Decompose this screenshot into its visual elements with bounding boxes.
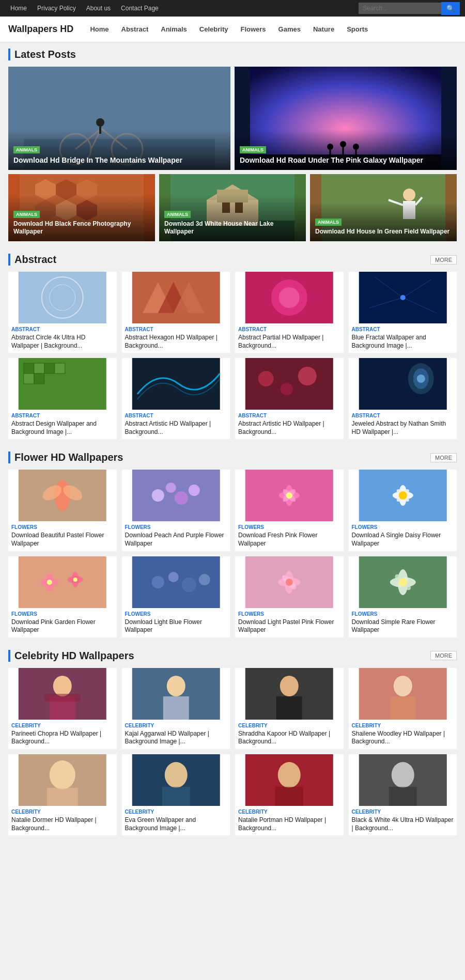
- svg-point-88: [398, 491, 407, 500]
- svg-rect-114: [44, 694, 81, 702]
- abstract-section: Abstract MORE ABSTRACTAbstract Circle 4k…: [8, 254, 457, 439]
- abstract-card-0-1[interactable]: ABSTRACTAbstract Hexagon HD Wallpaper | …: [122, 272, 230, 353]
- celebrity-card-1-3[interactable]: CELEBRITYBlack & White 4k Ultra HD Wallp…: [349, 754, 457, 835]
- nav-abstract[interactable]: Abstract: [115, 17, 155, 42]
- small-post-0-overlay: ANIMALS Download Hd Black Fence Photogra…: [8, 194, 155, 241]
- flower-card-0-1[interactable]: FLOWERSDownload Peach And Purple Flower …: [122, 470, 230, 551]
- nav-nature[interactable]: Nature: [307, 17, 340, 42]
- latest-posts-header: Latest Posts: [8, 49, 457, 60]
- celebrity-card-1-2[interactable]: CELEBRITYNatalie Portman HD Wallpaper | …: [235, 754, 344, 835]
- flower-cat-0-2: FLOWERS: [238, 524, 340, 530]
- search-bar: 🔍: [359, 2, 460, 15]
- svg-point-131: [278, 762, 301, 788]
- flower-card-1-3[interactable]: FLOWERSDownload Simple Rare Flower Wallp…: [349, 556, 457, 637]
- celeb-cat-0-2: CELEBRITY: [238, 723, 340, 728]
- flowers-more-button[interactable]: MORE: [430, 453, 457, 462]
- abstract-row-1: ABSTRACTAbstract Design Wallpaper and Ba…: [8, 358, 457, 439]
- flower-card-0-2[interactable]: FLOWERSDownload Fresh Pink Flower Wallpa…: [235, 470, 344, 551]
- svg-point-98: [168, 572, 178, 582]
- big-post-1[interactable]: ANIMALS Download Hd Road Under The Pink …: [235, 67, 457, 170]
- flower-title-0-3: Download A Single Daisy Flower Wallpaper: [352, 532, 454, 548]
- celeb-title-0-3: Shailene Woodley HD Wallpaper | Backgrou…: [352, 730, 454, 746]
- svg-point-122: [393, 676, 412, 696]
- abstract-title-0-1: Abstract Hexagon HD Wallpaper | Backgrou…: [125, 334, 227, 350]
- abstract-card-1-2[interactable]: ABSTRACTAbstract Artistic HD Wallpaper |…: [235, 358, 344, 439]
- nav-animals[interactable]: Animals: [154, 17, 193, 42]
- small-post-1[interactable]: ANIMALS Download 3d White House Near Lak…: [159, 174, 306, 241]
- celebrity-more-button[interactable]: MORE: [430, 651, 457, 660]
- svg-point-99: [181, 578, 196, 592]
- abstract-card-0-3[interactable]: ABSTRACTBlue Fractal Wallpaper and Backg…: [349, 272, 457, 353]
- abstract-cat-0-1: ABSTRACT: [125, 326, 227, 332]
- topbar-about[interactable]: About us: [81, 0, 116, 17]
- abstract-more-button[interactable]: MORE: [430, 255, 457, 265]
- svg-point-63: [298, 367, 317, 385]
- abstract-title: Abstract: [8, 254, 56, 266]
- abstract-header: Abstract MORE: [8, 254, 457, 266]
- celebrity-card-1-1[interactable]: CELEBRITYEva Green Wallpaper and Backgro…: [122, 754, 230, 835]
- nav-flowers[interactable]: Flowers: [234, 17, 272, 42]
- svg-rect-54: [34, 363, 44, 374]
- celeb-cat-0-0: CELEBRITY: [11, 723, 114, 728]
- flower-card-0-3[interactable]: FLOWERSDownload A Single Daisy Flower Wa…: [349, 470, 457, 551]
- celeb-title-1-0: Natalie Dormer HD Wallpaper | Background…: [11, 816, 114, 832]
- svg-rect-59: [132, 358, 220, 410]
- celeb-cat-1-2: CELEBRITY: [238, 809, 340, 815]
- celebrity-card-0-1[interactable]: CELEBRITYKajal Aggarwal HD Wallpaper | B…: [122, 668, 230, 749]
- svg-rect-126: [47, 788, 78, 806]
- celeb-title-0-1: Kajal Aggarwal HD Wallpaper | Background…: [125, 730, 227, 746]
- topbar-home[interactable]: Home: [5, 0, 32, 17]
- svg-rect-120: [276, 696, 302, 720]
- search-button[interactable]: 🔍: [441, 2, 460, 15]
- flower-title-0-1: Download Peach And Purple Flower Wallpap…: [125, 532, 227, 548]
- topbar-privacy[interactable]: Privacy Policy: [32, 0, 81, 17]
- latest-posts-section: Latest Posts: [8, 49, 457, 241]
- small-post-2[interactable]: ANIMALS Download Hd House In Green Field…: [310, 174, 457, 241]
- nav-home[interactable]: Home: [84, 17, 115, 42]
- flower-title-0-2: Download Fresh Pink Flower Wallpaper: [238, 532, 340, 548]
- svg-point-116: [166, 676, 185, 696]
- svg-rect-132: [275, 787, 303, 806]
- abstract-card-1-3[interactable]: ABSTRACTJeweled Abstract by Nathan Smith…: [349, 358, 457, 439]
- abstract-card-1-0[interactable]: ABSTRACTAbstract Design Wallpaper and Ba…: [8, 358, 117, 439]
- celebrity-card-1-0[interactable]: CELEBRITYNatalie Dormer HD Wallpaper | B…: [8, 754, 117, 835]
- nav-games[interactable]: Games: [272, 17, 307, 42]
- abstract-cat-0-2: ABSTRACT: [238, 326, 340, 332]
- abstract-card-0-2[interactable]: ABSTRACTAbstract Partial HD Wallpaper | …: [235, 272, 344, 353]
- abstract-card-0-0[interactable]: ABSTRACTAbstract Circle 4k Ultra HD Wall…: [8, 272, 117, 353]
- celebrity-section: Celebrity HD Wallpapers MORE CELEBRITYPa…: [8, 650, 457, 835]
- celebrity-card-0-3[interactable]: CELEBRITYShailene Woodley HD Wallpaper |…: [349, 668, 457, 749]
- celebrity-row-0: CELEBRITYParineeti Chopra HD Wallpaper |…: [8, 668, 457, 749]
- topbar-contact[interactable]: Contact Page: [116, 0, 164, 17]
- svg-rect-123: [390, 696, 415, 720]
- small-post-2-category: ANIMALS: [315, 219, 342, 226]
- flower-card-0-0[interactable]: FLOWERSDownload Beautiful Pastel Flower …: [8, 470, 117, 551]
- abstract-cat-1-3: ABSTRACT: [352, 413, 454, 418]
- abstract-card-1-1[interactable]: ABSTRACTAbstract Artistic HD Wallpaper |…: [122, 358, 230, 439]
- celeb-title-0-2: Shraddha Kapoor HD Wallpaper | Backgroun…: [238, 730, 340, 746]
- celebrity-card-0-2[interactable]: CELEBRITYShraddha Kapoor HD Wallpaper | …: [235, 668, 344, 749]
- small-post-0[interactable]: ANIMALS Download Hd Black Fence Photogra…: [8, 174, 155, 241]
- svg-rect-53: [24, 363, 34, 374]
- latest-big-grid: ANIMALS Download Hd Bridge In The Mounta…: [8, 67, 457, 170]
- flower-card-1-0[interactable]: FLOWERSDownload Pink Garden Flower Wallp…: [8, 556, 117, 637]
- flower-title-1-0: Download Pink Garden Flower Wallpaper: [11, 618, 114, 634]
- abstract-title-0-3: Blue Fractal Wallpaper and Background Im…: [352, 334, 454, 350]
- abstract-title-1-3: Jeweled Abstract by Nathan Smith HD Wall…: [352, 420, 454, 436]
- flower-card-1-2[interactable]: FLOWERSDownload Light Pastel Pink Flower…: [235, 556, 344, 637]
- flowers-row-1: FLOWERSDownload Pink Garden Flower Wallp…: [8, 556, 457, 637]
- flower-title-1-3: Download Simple Rare Flower Wallpaper: [352, 618, 454, 634]
- nav-celebrity[interactable]: Celebrity: [193, 17, 235, 42]
- celebrity-card-0-0[interactable]: CELEBRITYParineeti Chopra HD Wallpaper |…: [8, 668, 117, 749]
- nav-sports[interactable]: Sports: [340, 17, 374, 42]
- celeb-title-0-0: Parineeti Chopra HD Wallpaper | Backgrou…: [11, 730, 114, 746]
- svg-point-125: [50, 760, 75, 789]
- abstract-cat-1-2: ABSTRACT: [238, 413, 340, 418]
- topbar-nav: Home Privacy Policy About us Contact Pag…: [5, 0, 164, 17]
- celeb-cat-0-3: CELEBRITY: [352, 723, 454, 728]
- celeb-cat-1-0: CELEBRITY: [11, 809, 114, 815]
- big-post-0[interactable]: ANIMALS Download Hd Bridge In The Mounta…: [8, 67, 230, 170]
- search-input[interactable]: [359, 3, 441, 14]
- svg-point-92: [47, 580, 52, 585]
- flower-card-1-1[interactable]: FLOWERSDownload Light Blue Flower Wallpa…: [122, 556, 230, 637]
